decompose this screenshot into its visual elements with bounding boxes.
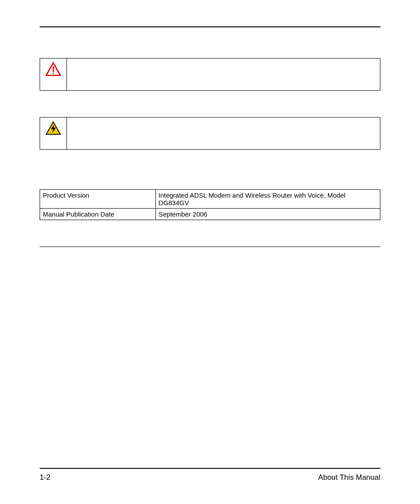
page: Product Version Integrated ADSL Modem an… bbox=[0, 0, 420, 504]
section-title: About This Manual bbox=[318, 473, 380, 482]
warning-callout bbox=[40, 58, 380, 91]
page-number: 1-2 bbox=[40, 473, 51, 482]
danger-callout-body bbox=[67, 118, 380, 149]
warning-triangle-icon bbox=[45, 62, 61, 76]
danger-callout bbox=[40, 117, 380, 150]
electric-triangle-icon bbox=[45, 121, 61, 135]
warning-callout-body bbox=[67, 59, 380, 90]
danger-icon-cell bbox=[40, 118, 67, 149]
publication-date-value: September 2006 bbox=[156, 209, 380, 220]
page-footer: 1-2 About This Manual bbox=[40, 468, 380, 482]
product-version-label: Product Version bbox=[40, 190, 156, 209]
table-row: Product Version Integrated ADSL Modem an… bbox=[40, 190, 380, 209]
info-table: Product Version Integrated ADSL Modem an… bbox=[40, 189, 380, 220]
footer-row: 1-2 About This Manual bbox=[40, 473, 380, 482]
svg-point-2 bbox=[52, 73, 54, 74]
product-version-value: Integrated ADSL Modem and Wireless Route… bbox=[156, 190, 380, 209]
top-horizontal-rule bbox=[40, 26, 380, 27]
mid-horizontal-rule bbox=[40, 246, 380, 247]
footer-horizontal-rule bbox=[40, 468, 380, 469]
warning-icon-cell bbox=[40, 59, 67, 90]
publication-date-label: Manual Publication Date bbox=[40, 209, 156, 220]
table-row: Manual Publication Date September 2006 bbox=[40, 209, 380, 220]
